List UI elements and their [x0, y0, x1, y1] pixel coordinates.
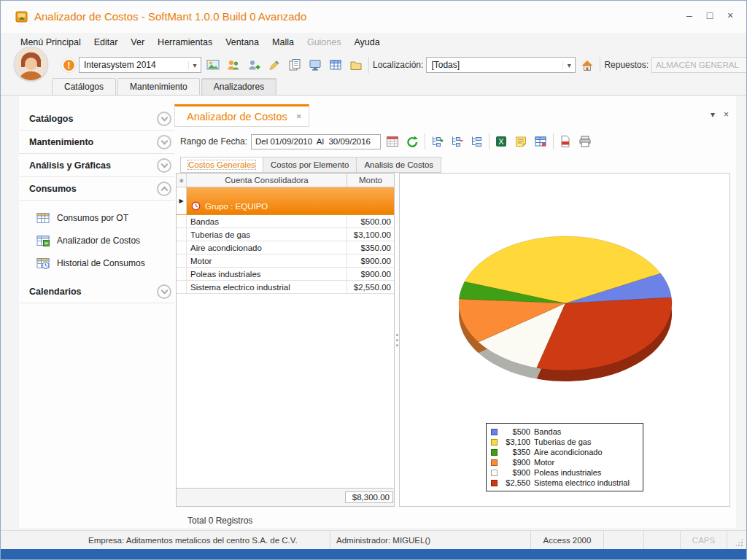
chevron-down-circle-icon[interactable] — [157, 135, 171, 149]
chevron-up-circle-icon[interactable] — [157, 182, 171, 196]
legend-value: $2,550 — [501, 478, 530, 487]
cell-monto: $500.00 — [347, 215, 394, 228]
legend-value: $500 — [501, 427, 530, 436]
sidebar-item-analizador-de-costos[interactable]: Analizador de Costos — [36, 229, 174, 252]
sidebar-section-mantenimiento[interactable]: Mantenimiento — [19, 131, 174, 154]
table-row[interactable]: Bandas $500.00 — [177, 215, 394, 228]
chevron-down-circle-icon[interactable] — [157, 158, 171, 173]
tree-levels-icon[interactable] — [468, 133, 484, 149]
add-user-icon[interactable] — [245, 56, 263, 74]
expand-tree-icon[interactable] — [429, 133, 445, 149]
print-icon[interactable] — [577, 133, 593, 149]
date-range-label: Rango de Fecha: — [180, 136, 247, 147]
calendar-icon[interactable] — [384, 133, 400, 149]
chevron-down-icon[interactable]: ▾ — [562, 61, 575, 69]
section-label: Calendarios — [29, 287, 82, 297]
excel-export-icon[interactable]: X — [493, 133, 509, 149]
grid-view-icon[interactable] — [533, 133, 549, 149]
sidebar-item-historial-de-consumos[interactable]: Historial de Consumos — [36, 252, 174, 274]
toolbar-separator — [553, 133, 554, 149]
subtab-costos-generales[interactable]: Costos Generales — [180, 157, 263, 173]
legend-label: Sistema electrico industrial — [534, 478, 630, 487]
menu-item-editar[interactable]: Editar — [88, 33, 125, 52]
minimize-button[interactable]: – — [679, 9, 700, 21]
legend-item: $900Motor — [491, 457, 638, 467]
chevron-down-circle-icon[interactable] — [157, 112, 171, 126]
pdf-export-icon[interactable] — [557, 133, 573, 149]
menu-item-malla[interactable]: Malla — [266, 33, 301, 52]
notes-icon[interactable] — [513, 133, 529, 149]
localizacion-combobox[interactable]: [Todas] ▾ — [426, 57, 576, 73]
menu-item-ayuda[interactable]: Ayuda — [347, 33, 386, 52]
sidebar-section-analisis-y-graficas[interactable]: Análisis y Gráficas — [19, 154, 174, 177]
subtab-analisis-de-costos[interactable]: Analisis de Costos — [356, 157, 441, 173]
sidebar-consumos-items: Consumos por OT Analizador de Costos His… — [19, 201, 174, 280]
menu-item-ventana[interactable]: Ventana — [219, 33, 266, 52]
bottom-accent-bar — [1, 549, 746, 559]
profile-combobox[interactable]: Interasystem 2014 ▾ — [79, 57, 201, 73]
image-icon[interactable] — [204, 56, 222, 74]
close-document-icon[interactable]: × — [724, 109, 729, 120]
menu-bar: Menú Principal Editar Ver Herramientas V… — [1, 33, 746, 52]
refresh-icon[interactable] — [404, 133, 420, 149]
menu-item-herramientas[interactable]: Herramientas — [151, 33, 219, 52]
table-row[interactable]: Motor $900.00 — [177, 254, 394, 268]
tab-list-icon[interactable]: ▾ — [711, 109, 715, 120]
users-icon[interactable] — [225, 56, 242, 74]
resize-grip[interactable] — [727, 531, 746, 549]
close-tab-icon[interactable]: × — [296, 111, 302, 122]
section-label: Análisis y Gráficas — [29, 160, 111, 171]
row-marker-icon: ▶ — [177, 187, 187, 214]
tab-catalogos[interactable]: Catálogos — [52, 78, 116, 95]
column-header-cuenta[interactable]: Cuenta Consolidadora — [187, 174, 347, 187]
grid-corner-icon[interactable]: ∗ — [177, 174, 187, 187]
monitor-icon[interactable] — [306, 56, 324, 74]
warning-icon[interactable]: ! — [62, 58, 76, 72]
row-gutter — [177, 241, 187, 254]
sidebar-item-consumos-por-ot[interactable]: Consumos por OT — [36, 206, 174, 229]
close-button[interactable]: × — [720, 9, 740, 21]
document-tab-analizador-de-costos[interactable]: Analizador de Costos × — [174, 104, 309, 127]
table-row[interactable]: Aire acondicionado $350.00 — [177, 241, 394, 254]
cell-monto: $900.00 — [347, 254, 394, 267]
main-toolbar: ! Interasystem 2014 ▾ Localizació — [1, 52, 746, 78]
status-empresa: Empresa: Aditamentos metalicos del centr… — [1, 531, 330, 549]
table-row[interactable]: Tuberias de gas $3,100.00 — [177, 228, 394, 241]
localizacion-combobox-value: [Todas] — [427, 60, 562, 70]
window-controls: – □ × — [679, 9, 740, 21]
toolbar-separator — [600, 57, 600, 73]
document-subtabs: Costos Generales Costos por Elemento Ana… — [180, 157, 441, 173]
cell-monto: $900.00 — [347, 268, 394, 280]
legend-item: $500Bandas — [491, 427, 638, 437]
home-icon[interactable] — [578, 56, 596, 74]
row-gutter — [177, 254, 187, 267]
date-range-input[interactable] — [251, 134, 381, 149]
sidebar-section-consumos[interactable]: Consumos — [19, 177, 174, 201]
table-icon[interactable] — [327, 56, 344, 74]
table-row[interactable]: Sistema electrico industrial $2,550.00 — [177, 281, 394, 294]
cell-cuenta: Aire acondicionado — [187, 241, 347, 254]
tab-mantenimiento[interactable]: Mantenimiento — [117, 78, 200, 95]
document-tab-label: Analizador de Costos — [187, 111, 287, 122]
subtab-label: Costos Generales — [188, 160, 255, 169]
row-gutter — [177, 281, 187, 293]
edit-icon[interactable] — [266, 56, 283, 74]
column-header-monto[interactable]: Monto — [347, 174, 394, 187]
repuestos-field[interactable] — [651, 57, 747, 73]
folder-icon[interactable] — [347, 56, 365, 74]
sidebar-section-catalogos[interactable]: Catálogos — [19, 107, 174, 131]
toolbar-separator — [489, 133, 489, 149]
grid-group-row[interactable]: ▶ Grupo : EQUIPO — [177, 187, 394, 215]
legend-swatch — [491, 480, 498, 486]
menu-item-ver[interactable]: Ver — [124, 33, 151, 52]
chevron-down-icon[interactable]: ▾ — [188, 61, 201, 69]
collapse-tree-icon[interactable] — [449, 133, 465, 149]
subtab-costos-por-elemento[interactable]: Costos por Elemento — [263, 157, 357, 173]
maximize-button[interactable]: □ — [700, 9, 720, 21]
tab-analizadores[interactable]: Analizadores — [201, 78, 276, 95]
sidebar-section-calendarios[interactable]: Calendarios — [19, 280, 174, 303]
copy-icon[interactable] — [286, 56, 303, 74]
chevron-down-circle-icon[interactable] — [157, 284, 171, 299]
legend-item: $350Aire acondicionado — [491, 447, 638, 457]
table-row[interactable]: Poleas industriales $900.00 — [177, 268, 394, 281]
